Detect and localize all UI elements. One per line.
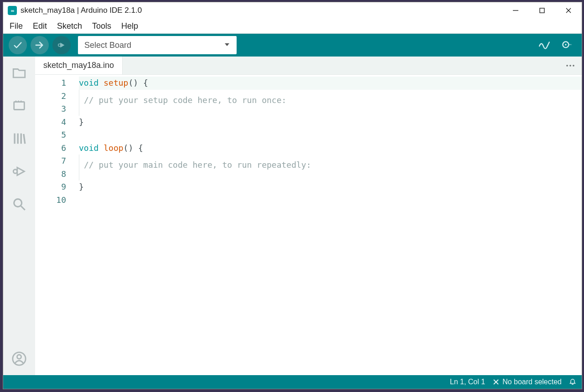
svg-marker-7: [225, 43, 229, 46]
debug-button[interactable]: [52, 36, 71, 54]
status-board[interactable]: No board selected: [492, 378, 562, 386]
bell-icon: [569, 378, 576, 386]
svg-point-20: [13, 170, 17, 174]
code-line[interactable]: // put your main code here, to run repea…: [79, 155, 582, 168]
debug-panel-icon[interactable]: [11, 163, 27, 180]
boards-manager-icon[interactable]: [11, 98, 27, 114]
code-area[interactable]: void setup() {// put your setup code her…: [79, 75, 582, 375]
editor-tabbar: sketch_may18a.ino: [35, 57, 582, 75]
code-line[interactable]: }: [79, 181, 582, 194]
code-line[interactable]: void setup() {: [79, 77, 582, 90]
activity-bar: [3, 57, 35, 375]
account-icon[interactable]: [11, 351, 27, 367]
code-line[interactable]: // put your setup code here, to run once…: [79, 90, 582, 103]
notifications-button[interactable]: [569, 378, 576, 386]
window-title: sketch_may18a | Arduino IDE 2.1.0: [21, 6, 142, 15]
svg-rect-1: [540, 8, 544, 13]
sketchbook-icon[interactable]: [11, 65, 27, 81]
chevron-down-icon: [224, 41, 230, 50]
board-selector-label: Select Board: [84, 41, 131, 50]
status-cursor-position[interactable]: Ln 1, Col 1: [450, 378, 485, 386]
code-line[interactable]: void loop() {: [79, 142, 582, 155]
menu-tools[interactable]: Tools: [92, 21, 111, 31]
code-line[interactable]: [79, 129, 582, 142]
search-icon[interactable]: [11, 196, 27, 212]
menu-sketch[interactable]: Sketch: [57, 21, 82, 31]
serial-plotter-button[interactable]: [535, 36, 553, 54]
code-line[interactable]: [79, 194, 582, 207]
svg-line-22: [21, 206, 25, 210]
serial-monitor-button[interactable]: [557, 36, 575, 54]
titlebar: ∞ sketch_may18a | Arduino IDE 2.1.0: [3, 2, 582, 19]
window-close-button[interactable]: [555, 2, 582, 19]
code-editor[interactable]: 12345678910 void setup() {// put your se…: [35, 75, 582, 375]
window-minimize-button[interactable]: [502, 2, 529, 19]
close-icon: [492, 378, 500, 386]
board-selector[interactable]: Select Board: [78, 36, 237, 54]
library-manager-icon[interactable]: [11, 130, 27, 147]
line-number-gutter: 12345678910: [35, 75, 79, 375]
app-window: ∞ sketch_may18a | Arduino IDE 2.1.0 File…: [3, 2, 582, 389]
editor-tab-overflow-button[interactable]: [559, 57, 582, 74]
arduino-app-icon: ∞: [8, 6, 17, 15]
menubar: File Edit Sketch Tools Help: [3, 19, 582, 34]
toolbar: Select Board: [3, 34, 582, 57]
window-maximize-button[interactable]: [529, 2, 555, 19]
svg-point-26: [569, 65, 571, 67]
menu-help[interactable]: Help: [121, 21, 138, 31]
svg-point-25: [566, 65, 568, 67]
code-line[interactable]: }: [79, 116, 582, 129]
editor-tab-label: sketch_may18a.ino: [43, 61, 114, 70]
svg-point-9: [565, 44, 566, 45]
menu-edit[interactable]: Edit: [33, 21, 47, 31]
code-line[interactable]: [79, 103, 582, 116]
svg-point-21: [14, 199, 22, 207]
upload-button[interactable]: [31, 36, 49, 54]
verify-button[interactable]: [9, 36, 27, 54]
svg-point-27: [573, 65, 574, 67]
editor-tab-active[interactable]: sketch_may18a.ino: [35, 57, 123, 74]
svg-marker-19: [17, 168, 25, 175]
svg-point-24: [17, 355, 21, 359]
svg-line-18: [24, 134, 25, 144]
svg-rect-11: [14, 102, 25, 110]
menu-file[interactable]: File: [10, 21, 23, 31]
statusbar: Ln 1, Col 1 No board selected: [3, 375, 582, 389]
